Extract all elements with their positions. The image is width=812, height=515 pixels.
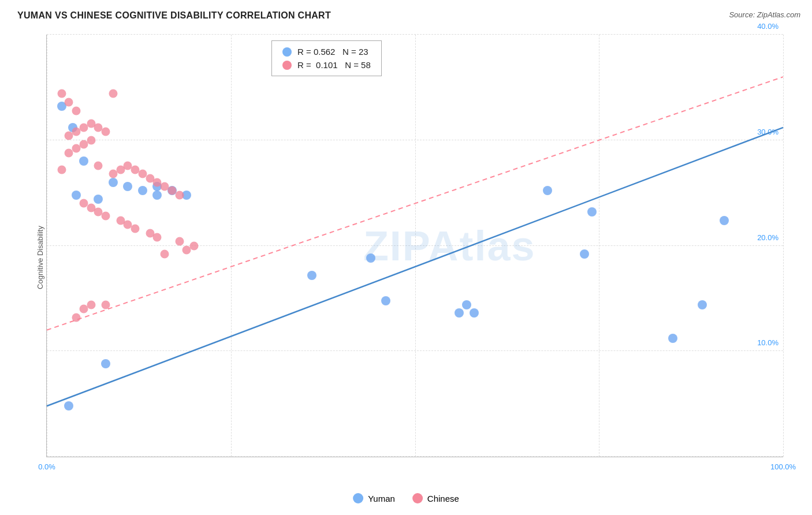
blue-dot-22 bbox=[698, 300, 707, 309]
pink-dot-40 bbox=[102, 300, 110, 309]
blue-dot-7 bbox=[72, 191, 81, 200]
blue-dot-1 bbox=[79, 156, 88, 166]
legend-item-yuman: R = 0.562 N = 23 bbox=[282, 47, 371, 57]
pink-dot-10 bbox=[102, 128, 110, 136]
blue-dot-4 bbox=[138, 186, 147, 195]
blue-dot-2 bbox=[109, 178, 118, 187]
x-label-100: 100.0% bbox=[770, 462, 796, 471]
pink-dot-42 bbox=[79, 305, 88, 314]
pink-dot-38 bbox=[161, 250, 169, 259]
pink-dot-22 bbox=[109, 89, 117, 98]
pink-dot-41 bbox=[87, 300, 95, 309]
pink-dot-25 bbox=[65, 98, 73, 106]
blue-dot-12 bbox=[152, 191, 162, 200]
blue-dot-19 bbox=[543, 186, 552, 195]
legend-dot-chinese bbox=[282, 61, 292, 70]
blue-dot-25 bbox=[455, 308, 464, 318]
y-axis-title: Cognitive Disability bbox=[36, 226, 44, 289]
pink-dot-24 bbox=[57, 89, 66, 98]
chart-container: YUMAN VS CHINESE COGNITIVE DISABILITY CO… bbox=[0, 0, 812, 515]
pink-dot-32 bbox=[131, 225, 140, 233]
bottom-dot-chinese bbox=[412, 493, 423, 503]
bottom-legend-chinese: Chinese bbox=[412, 493, 459, 503]
legend-box: R = 0.562 N = 23 R = 0.101 N = 58 bbox=[271, 40, 382, 76]
legend-r-yuman: R = 0.562 N = 23 bbox=[297, 47, 368, 57]
pink-dot-11 bbox=[94, 161, 103, 170]
source-label: Source: ZipAtlas.com bbox=[729, 10, 800, 19]
legend-item-chinese: R = 0.101 N = 58 bbox=[282, 60, 371, 70]
chart-title: YUMAN VS CHINESE COGNITIVE DISABILITY CO… bbox=[17, 10, 331, 21]
blue-dot-9 bbox=[64, 401, 73, 410]
blue-dot-16 bbox=[381, 296, 390, 305]
x-label-0: 0.0% bbox=[38, 462, 55, 471]
pink-dot-29 bbox=[102, 212, 110, 221]
bottom-legend-yuman: Yuman bbox=[353, 493, 395, 503]
y-label-40: 40.0% bbox=[757, 22, 779, 31]
pink-dot-23 bbox=[72, 106, 81, 115]
blue-dot-24 bbox=[587, 207, 597, 217]
blue-dot-23 bbox=[720, 216, 729, 225]
blue-dot-21 bbox=[668, 334, 677, 343]
chart-area: 40.0% 30.0% 20.0% 10.0% 0.0% 100.0% ZIPA… bbox=[46, 35, 783, 457]
blue-dot-10 bbox=[101, 359, 110, 368]
bottom-label-yuman: Yuman bbox=[368, 494, 395, 503]
blue-dot-14 bbox=[307, 271, 316, 280]
blue-dot-20 bbox=[580, 249, 589, 259]
pink-dot-35 bbox=[175, 237, 184, 246]
pink-dot-4 bbox=[87, 136, 95, 144]
legend-dot-yuman bbox=[282, 47, 292, 57]
blue-dot-15 bbox=[366, 253, 375, 263]
pink-dot-0 bbox=[57, 165, 66, 174]
bottom-dot-yuman bbox=[353, 493, 363, 503]
bottom-legend: Yuman Chinese bbox=[353, 493, 459, 503]
blue-dot-17 bbox=[462, 300, 471, 309]
pink-dot-37 bbox=[182, 245, 191, 254]
pink-dot-39 bbox=[72, 313, 81, 322]
pink-dot-34 bbox=[153, 233, 162, 241]
blue-dot-18 bbox=[470, 308, 479, 318]
pink-dot-36 bbox=[190, 241, 199, 250]
legend-r-chinese: R = 0.101 N = 58 bbox=[297, 60, 371, 70]
blue-dot-3 bbox=[123, 182, 132, 191]
blue-dot-8 bbox=[94, 195, 103, 204]
bottom-label-chinese: Chinese bbox=[427, 494, 459, 503]
pink-dot-21 bbox=[175, 191, 184, 199]
